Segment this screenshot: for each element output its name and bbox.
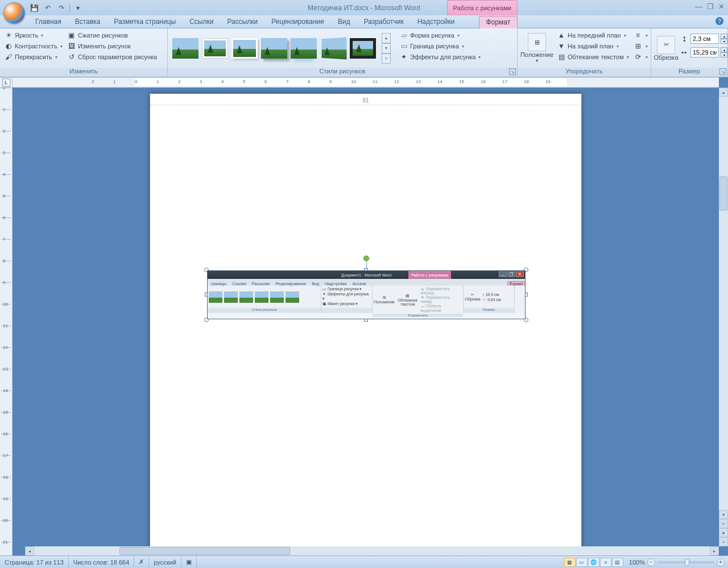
bring-to-front-button[interactable]: ▲На передний план▾ bbox=[555, 30, 631, 40]
ribbon-group-label-size: Размер↘ bbox=[651, 68, 727, 77]
tab-page-layout[interactable]: Разметка страницы bbox=[107, 16, 183, 28]
gallery-more[interactable]: ▿ bbox=[382, 53, 391, 64]
text-wrapping-button[interactable]: ▤Обтекание текстом▾ bbox=[555, 52, 631, 62]
group-icon: ⊞ bbox=[634, 42, 643, 51]
bring-front-icon: ▲ bbox=[557, 31, 566, 40]
gallery-scroll: ▴ ▾ ▿ bbox=[382, 33, 391, 64]
position-button[interactable]: ⊞ Положение▾ bbox=[520, 30, 554, 66]
brightness-button[interactable]: ☀Яркость▾ bbox=[2, 30, 64, 40]
hscroll-right[interactable]: ▸ bbox=[710, 546, 719, 555]
align-icon: ≡ bbox=[634, 31, 643, 40]
vscroll-up[interactable]: ▴ bbox=[719, 88, 728, 97]
picture-shape-button[interactable]: ▱Форма рисунка▾ bbox=[398, 30, 482, 40]
reset-picture-button[interactable]: ↺Сброс параметров рисунка bbox=[65, 52, 159, 62]
context-tab-group-pictures: Работа с рисунками bbox=[447, 0, 518, 15]
vscroll-down[interactable]: ▾ bbox=[719, 510, 728, 519]
vscroll-thumb[interactable] bbox=[719, 176, 727, 211]
change-picture-button[interactable]: 🖼Изменить рисунок bbox=[65, 41, 159, 51]
hscroll-left[interactable]: ◂ bbox=[25, 546, 34, 555]
zoom-slider-knob[interactable] bbox=[685, 559, 689, 566]
width-down[interactable]: ▾ bbox=[721, 52, 727, 57]
browse-next[interactable]: » bbox=[719, 537, 728, 546]
qat-save-icon[interactable]: 💾 bbox=[28, 2, 40, 14]
minimize-button[interactable]: — bbox=[695, 2, 702, 11]
status-macro[interactable]: ▣ bbox=[181, 556, 197, 568]
ribbon-group-label-styles: Стили рисунков↘ bbox=[168, 68, 517, 77]
crop-icon: ✂ bbox=[657, 36, 675, 54]
styles-dialog-launcher[interactable]: ↘ bbox=[509, 68, 516, 75]
rotate-button[interactable]: ⟳▾ bbox=[632, 52, 650, 62]
tab-view[interactable]: Вид bbox=[331, 16, 357, 28]
vertical-scrollbar[interactable]: ▴ ▾ « ● » bbox=[719, 88, 728, 546]
page-container[interactable]: 91 Документ1 - Microsoft Word bbox=[13, 88, 719, 546]
picture-style-thumb-1[interactable] bbox=[172, 38, 198, 59]
picture-border-icon: ▭ bbox=[399, 42, 408, 51]
picture-style-thumb-6[interactable] bbox=[320, 38, 346, 59]
reset-icon: ↺ bbox=[67, 52, 76, 61]
picture-style-thumb-7[interactable] bbox=[350, 38, 376, 59]
width-icon: ↔ bbox=[680, 48, 689, 57]
status-word-count[interactable]: Число слов: 18 664 bbox=[69, 556, 134, 568]
zoom-level[interactable]: 100% bbox=[629, 559, 645, 566]
tabstop-selector[interactable]: L bbox=[0, 77, 13, 88]
browse-prev[interactable]: « bbox=[719, 519, 728, 528]
view-full-screen[interactable]: ▭ bbox=[576, 558, 588, 567]
vertical-ruler[interactable]: 0123456789101112131415161718192021222324 bbox=[0, 88, 13, 555]
tab-review[interactable]: Рецензирование bbox=[264, 16, 331, 28]
tab-references[interactable]: Ссылки bbox=[183, 16, 220, 28]
view-web-layout[interactable]: 🌐 bbox=[588, 558, 599, 567]
size-dialog-launcher[interactable]: ↘ bbox=[719, 68, 726, 75]
gallery-scroll-up[interactable]: ▴ bbox=[382, 33, 391, 43]
selected-picture[interactable]: Документ1 - Microsoft Word Работа с рису… bbox=[207, 270, 526, 319]
picture-style-thumb-5[interactable] bbox=[291, 38, 317, 59]
status-language[interactable]: русский bbox=[149, 556, 181, 568]
send-to-back-button[interactable]: ▼На задний план▾ bbox=[555, 41, 631, 51]
horizontal-ruler[interactable]: 21012345678910111213141516171819 bbox=[13, 77, 719, 87]
tab-mailings[interactable]: Рассылки bbox=[220, 16, 264, 28]
contrast-icon: ◐ bbox=[4, 42, 13, 51]
picture-style-thumb-3[interactable] bbox=[231, 38, 258, 59]
tab-developer[interactable]: Разработчик bbox=[357, 16, 411, 28]
tab-insert[interactable]: Вставка bbox=[68, 16, 107, 28]
status-page[interactable]: Страница: 17 из 113 bbox=[0, 556, 69, 568]
browse-select[interactable]: ● bbox=[719, 528, 728, 537]
view-print-layout[interactable]: ▦ bbox=[564, 558, 576, 567]
qat-undo-icon[interactable]: ↶ bbox=[42, 2, 53, 14]
qat-redo-icon[interactable]: ↷ bbox=[56, 2, 67, 14]
height-up[interactable]: ▴ bbox=[721, 34, 727, 39]
view-outline[interactable]: ≡ bbox=[600, 558, 611, 567]
compress-pictures-button[interactable]: ▣Сжатие рисунков bbox=[65, 30, 159, 40]
height-down[interactable]: ▾ bbox=[721, 39, 727, 44]
align-button[interactable]: ≡▾ bbox=[632, 30, 650, 40]
width-up[interactable]: ▴ bbox=[721, 47, 727, 52]
picture-style-thumb-2[interactable] bbox=[202, 38, 228, 59]
hscroll-thumb[interactable] bbox=[119, 547, 290, 555]
recolor-icon: 🖌 bbox=[4, 52, 13, 61]
zoom-out-button[interactable]: − bbox=[647, 558, 655, 566]
status-proofing[interactable]: ✗ bbox=[134, 556, 149, 568]
document-title: Методичка ИТ.docx - Microsoft Word bbox=[0, 4, 728, 12]
tab-format[interactable]: Формат bbox=[479, 16, 518, 28]
contrast-button[interactable]: ◐Контрастность▾ bbox=[2, 41, 64, 51]
office-button[interactable] bbox=[3, 2, 25, 24]
height-input[interactable] bbox=[690, 34, 719, 44]
crop-button[interactable]: ✂ Обрезка bbox=[653, 30, 679, 66]
picture-style-thumb-4[interactable] bbox=[261, 38, 287, 59]
restore-button[interactable]: ❐ bbox=[707, 2, 714, 11]
horizontal-scrollbar[interactable]: ◂ ▸ bbox=[25, 546, 719, 555]
group-button[interactable]: ⊞▾ bbox=[632, 41, 650, 51]
tab-addins[interactable]: Надстройки bbox=[411, 16, 462, 28]
picture-effects-button[interactable]: ✦Эффекты для рисунка▾ bbox=[398, 52, 482, 62]
tab-home[interactable]: Главная bbox=[28, 16, 68, 28]
view-draft[interactable]: ▤ bbox=[612, 558, 623, 567]
width-input[interactable] bbox=[690, 47, 719, 57]
recolor-button[interactable]: 🖌Перекрасить▾ bbox=[2, 52, 64, 62]
qat-customize-icon[interactable]: ▾ bbox=[72, 2, 84, 14]
zoom-in-button[interactable]: + bbox=[717, 558, 725, 566]
rotation-handle[interactable] bbox=[363, 256, 369, 261]
gallery-scroll-down[interactable]: ▾ bbox=[382, 43, 391, 53]
help-icon[interactable]: ? bbox=[715, 17, 723, 25]
zoom-slider[interactable] bbox=[657, 561, 714, 563]
close-button[interactable]: ✕ bbox=[718, 2, 725, 11]
picture-border-button[interactable]: ▭Граница рисунка▾ bbox=[398, 41, 482, 51]
